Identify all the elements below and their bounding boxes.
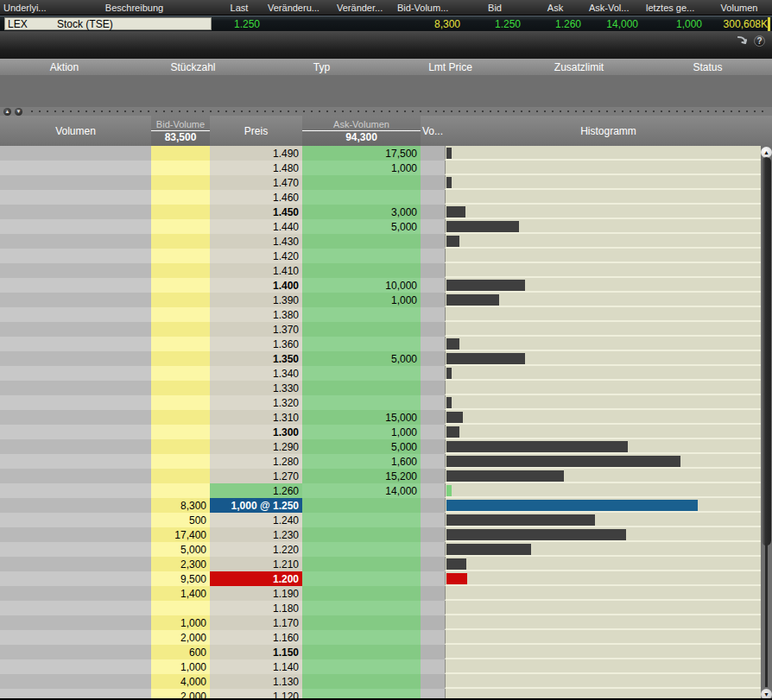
price-cell[interactable]: 1.280 [210,454,302,469]
price-cell[interactable]: 1.330 [210,381,302,395]
bid-volume-cell[interactable]: 2,300 [151,557,210,571]
ladder-header-histogram[interactable]: Histogramm [445,116,772,146]
orders-column-lmt-price[interactable]: Lmt Price [386,61,515,73]
bid-volume-cell[interactable]: 500 [151,513,210,527]
ask-volume-cell[interactable]: 17,500 [302,146,421,161]
price-cell[interactable]: 1.240 [210,513,302,527]
ladder-header-ask-volume[interactable]: Ask-Volumen 94,300 [302,116,421,146]
bid-volume-cell[interactable] [151,425,210,439]
ask-volume-cell[interactable] [302,395,421,410]
price-cell[interactable]: 1.220 [210,542,302,557]
price-cell[interactable]: 1.360 [210,337,302,351]
bid-volume-cell[interactable] [151,322,210,337]
ask-volume-cell[interactable]: 14,000 [302,483,421,498]
price-cell[interactable]: 1.140 [210,659,302,674]
price-cell[interactable]: 1.290 [210,439,302,454]
price-cell[interactable]: 1.490 [210,146,302,161]
ask-volume-cell[interactable] [302,498,421,513]
scrollbar-track[interactable] [765,543,768,687]
bid-volume-cell[interactable]: 2,000 [151,630,210,645]
ask-volume-cell[interactable]: 1,600 [302,454,421,469]
scrollbar-thumb[interactable] [762,157,771,545]
ask-volume-cell[interactable] [302,527,421,542]
bid-volume-cell[interactable]: 1,400 [151,586,210,601]
bid-volume-cell[interactable]: 9,500 [151,571,210,586]
splitter-grip[interactable] [31,110,767,112]
bid-volume-cell[interactable]: 1,000 [151,659,210,674]
help-icon[interactable]: ? [754,35,765,47]
bid-volume-cell[interactable] [151,161,210,175]
quote-column-header-7[interactable]: Ask [525,0,585,15]
price-cell[interactable]: 1.460 [210,190,302,205]
ask-volume-cell[interactable] [302,659,421,674]
ask-volume-cell[interactable] [302,645,421,659]
ask-volume-cell[interactable] [302,674,421,689]
bid-volume-cell[interactable] [151,366,210,381]
ladder-header-volume[interactable]: Volumen [0,116,151,146]
bid-volume-cell[interactable] [151,483,210,498]
bid-volume-cell[interactable] [151,205,210,219]
ladder-header-vo[interactable]: Vo... [421,116,445,146]
price-cell[interactable]: 1.420 [210,249,302,263]
bid-volume-cell[interactable] [151,263,210,278]
price-cell[interactable]: 1.160 [210,630,302,645]
bid-volume-cell[interactable] [151,146,210,161]
price-cell[interactable]: 1.130 [210,674,302,689]
price-cell[interactable]: 1.370 [210,322,302,337]
ask-volume-cell[interactable]: 15,200 [302,469,421,483]
price-cell[interactable]: 1.320 [210,395,302,410]
bid-volume-cell[interactable]: 5,000 [151,542,210,557]
price-cell[interactable]: 1.270 [210,469,302,483]
price-cell[interactable]: 1,000 @ 1.250 [210,498,302,513]
bid-volume-cell[interactable] [151,234,210,249]
price-cell[interactable]: 1.310 [210,410,302,425]
vertical-scrollbar[interactable]: ▲ ▼ [761,146,772,700]
orders-column-aktion[interactable]: Aktion [0,61,129,73]
bid-volume-cell[interactable]: 600 [151,645,210,659]
bid-volume-cell[interactable] [151,307,210,322]
ask-volume-cell[interactable]: 1,000 [302,293,421,307]
price-cell[interactable]: 1.340 [210,366,302,381]
splitter-up-icon[interactable]: ▲ [3,108,11,116]
price-cell[interactable]: 1.170 [210,615,302,630]
ladder-header-price[interactable]: Preis [210,116,302,146]
ladder-header-bid-volume[interactable]: Bid-Volume 83,500 [151,116,210,146]
quote-column-header-3[interactable]: Veränderu... [264,0,333,15]
ask-volume-cell[interactable] [302,542,421,557]
orders-column-status[interactable]: Status [643,61,772,73]
bid-volume-cell[interactable] [151,249,210,263]
ask-volume-cell[interactable] [302,234,421,249]
bid-volume-cell[interactable] [151,439,210,454]
price-cell[interactable]: 1.190 [210,586,302,601]
bid-volume-cell[interactable] [151,351,210,366]
ask-volume-cell[interactable]: 5,000 [302,351,421,366]
ask-volume-cell[interactable]: 5,000 [302,219,421,234]
ask-volume-cell[interactable] [302,322,421,337]
price-cell[interactable]: 1.390 [210,293,302,307]
detach-arrow-icon[interactable] [737,35,749,47]
price-cell[interactable]: 1.440 [210,219,302,234]
ask-volume-cell[interactable] [302,307,421,322]
price-cell[interactable]: 1.180 [210,601,302,615]
quote-column-header-4[interactable]: Veränder... [333,0,394,15]
quote-column-header-10[interactable]: Volumen [706,0,772,15]
price-cell[interactable]: 1.300 [210,425,302,439]
ask-volume-cell[interactable] [302,571,421,586]
price-cell[interactable]: 1.480 [210,161,302,175]
price-cell[interactable]: 1.450 [210,205,302,219]
quote-column-header-2[interactable]: Last [214,0,264,15]
bid-volume-cell[interactable] [151,293,210,307]
price-cell[interactable]: 1.410 [210,263,302,278]
bid-volume-cell[interactable] [151,410,210,425]
orders-column-typ[interactable]: Typ [257,61,386,73]
ask-volume-cell[interactable] [302,366,421,381]
price-cell[interactable]: 1.200 [210,571,302,586]
bid-volume-cell[interactable]: 1,000 [151,615,210,630]
bid-volume-cell[interactable] [151,190,210,205]
bid-volume-cell[interactable] [151,381,210,395]
ask-volume-cell[interactable] [302,557,421,571]
orders-column-zusatzlimit[interactable]: Zusatzlimit [515,61,643,73]
ask-volume-cell[interactable] [302,513,421,527]
bid-volume-cell[interactable] [151,469,210,483]
bid-volume-cell[interactable] [151,175,210,190]
